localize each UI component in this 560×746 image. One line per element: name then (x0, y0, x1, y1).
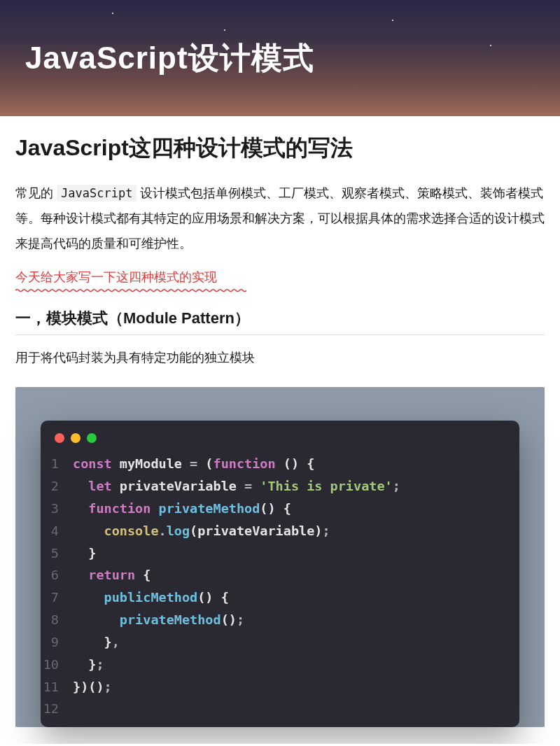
line-number: 12 (41, 698, 73, 720)
line-number: 6 (41, 564, 73, 586)
code-line: 6 return { (41, 564, 519, 586)
minimize-icon (71, 433, 80, 443)
code-text: console.log(privateVariable); (73, 520, 330, 542)
article-content: JavaScript这四种设计模式的写法 常见的 JavaScript 设计模式… (0, 116, 560, 744)
intro-pre: 常见的 (15, 186, 57, 200)
code-line: 12 (41, 698, 519, 720)
window-controls (41, 421, 519, 450)
code-line: 5 } (41, 542, 519, 565)
code-line: 8 privateMethod(); (41, 609, 519, 631)
line-number: 10 (41, 654, 73, 676)
code-line: 7 publicMethod() { (41, 586, 519, 609)
maximize-icon (87, 433, 97, 443)
line-number: 7 (41, 586, 73, 609)
code-text: } (73, 542, 96, 565)
code-text: privateMethod(); (73, 609, 244, 631)
code-line: 2 let privateVariable = 'This is private… (41, 475, 519, 498)
inline-code: JavaScript (57, 185, 136, 202)
code-line: 9 }, (41, 631, 519, 654)
code-text: return { (73, 564, 150, 586)
section-heading-1: 一，模块模式（Module Pattern） (15, 308, 545, 329)
line-number: 1 (41, 453, 73, 475)
line-number: 3 (41, 498, 73, 520)
code-line: 4 console.log(privateVariable); (41, 520, 519, 542)
code-text: function privateMethod() { (73, 498, 291, 520)
code-text: }; (73, 654, 104, 676)
code-text: })(); (73, 676, 112, 698)
section-desc-1: 用于将代码封装为具有特定功能的独立模块 (15, 346, 545, 369)
line-number: 9 (41, 631, 73, 654)
code-body: 1const myModule = (function () {2 let pr… (41, 450, 519, 727)
line-number: 4 (41, 520, 73, 542)
code-line: 1const myModule = (function () { (41, 453, 519, 475)
line-number: 5 (41, 542, 73, 565)
hero-title: JavaScript设计模式 (25, 38, 314, 79)
code-text: let privateVariable = 'This is private'; (73, 475, 400, 498)
article-title: JavaScript这四种设计模式的写法 (15, 133, 545, 164)
code-line: 11})(); (41, 676, 519, 698)
code-text: const myModule = (function () { (73, 453, 314, 475)
close-icon (55, 433, 64, 443)
line-number: 8 (41, 609, 73, 631)
line-number: 11 (41, 676, 73, 698)
code-text: }, (73, 631, 120, 654)
code-line: 10 }; (41, 654, 519, 676)
section-divider (15, 335, 545, 335)
squiggle-underline (15, 288, 545, 293)
code-text: publicMethod() { (73, 586, 229, 609)
highlight-text: 今天给大家写一下这四种模式的实现 (15, 269, 217, 286)
code-window: 1const myModule = (function () {2 let pr… (41, 421, 519, 727)
hero-banner: JavaScript设计模式 (0, 0, 560, 116)
highlight-wrapper: 今天给大家写一下这四种模式的实现 (15, 269, 545, 293)
line-number: 2 (41, 475, 73, 498)
code-text (73, 698, 80, 720)
code-line: 3 function privateMethod() { (41, 498, 519, 520)
code-frame: 1const myModule = (function () {2 let pr… (15, 387, 545, 727)
intro-paragraph: 常见的 JavaScript 设计模式包括单例模式、工厂模式、观察者模式、策略模… (15, 181, 545, 256)
